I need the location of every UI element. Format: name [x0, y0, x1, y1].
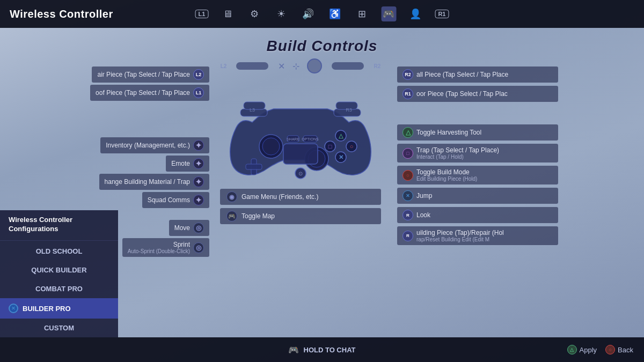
- look-label: Look: [416, 211, 430, 219]
- svg-text:△: △: [338, 132, 343, 139]
- l2-bumper-label: L2: [221, 63, 227, 69]
- svg-text:□: □: [328, 143, 332, 150]
- left-control-0: air Piece (Tap Select / Tap Place L2: [92, 67, 209, 83]
- active-indicator: ✕: [9, 304, 18, 313]
- apply-action[interactable]: △ Apply: [567, 345, 597, 354]
- r2-bumper-label: R2: [374, 63, 380, 69]
- sidebar-title: Wireless ControllerConfigurations: [0, 216, 118, 239]
- volume-icon[interactable]: 🔊: [301, 6, 316, 21]
- harvest-label: Toggle Harvesting Tool: [416, 129, 481, 136]
- cross-badge-emote: ✦: [193, 158, 204, 169]
- tri-badge: △: [402, 127, 413, 138]
- top-bar: Wireless Controller L1 🖥 ⚙ ☀ 🔊 ♿ ⊞ 🎮 👤 R…: [0, 0, 644, 28]
- l1-badge: L1: [193, 87, 204, 98]
- back-label: Back: [618, 346, 633, 354]
- right-control-repair: R uilding Piece (Tap)/Repair (Holrap/Res…: [397, 226, 558, 245]
- right-control-trap: □ Trap (Tap Select / Tap Place)Interact …: [397, 144, 558, 162]
- svg-rect-22: [283, 144, 318, 164]
- monitor-icon[interactable]: 🖥: [220, 6, 235, 21]
- left-control-material: hange Building Material / Trap ✦: [99, 174, 209, 190]
- trap-label: Trap (Tap Select / Tap Place)Interact (T…: [416, 146, 499, 160]
- sprint-badge: ◎: [193, 242, 204, 253]
- cir-badge: ○: [402, 170, 413, 181]
- sq-badge: □: [402, 148, 413, 159]
- left-control-inventory: Inventory (Management, etc.) ✦: [100, 137, 209, 153]
- sun-icon[interactable]: ☀: [274, 6, 289, 21]
- center-control-1: 🎮 Toggle Map: [220, 208, 381, 224]
- right-control-1: R1 oor Piece (Tap Select / Tap Plac: [397, 86, 558, 102]
- right-control-0: R2 all Piece (Tap Select / Tap Place: [397, 67, 558, 83]
- sidebar: Wireless ControllerConfigurations OLD SC…: [0, 210, 118, 337]
- nav-icons: L1 🖥 ⚙ ☀ 🔊 ♿ ⊞ 🎮 👤 R1: [195, 6, 449, 21]
- bottom-bar: 🎮 HOLD TO CHAT △ Apply ○ Back: [0, 337, 644, 362]
- r3-badge-2: R: [402, 231, 413, 241]
- sidebar-item-builder-pro[interactable]: ✕ BUILDER PRO: [0, 298, 118, 319]
- inventory-label: Inventory (Management, etc.): [106, 142, 190, 149]
- accessibility-icon[interactable]: ♿: [327, 6, 342, 21]
- sidebar-item-combat-pro[interactable]: COMBAT PRO: [0, 279, 118, 298]
- emote-label: Emote: [171, 160, 190, 167]
- grid-icon[interactable]: ⊞: [354, 6, 369, 21]
- controller-center: L2 ✕ ⊹ R2: [209, 58, 392, 224]
- dpad-badge: ✦: [193, 176, 204, 187]
- svg-point-5: [262, 138, 280, 155]
- svg-text:SHARE: SHARE: [287, 137, 299, 141]
- l1-label: L1: [195, 10, 209, 18]
- right-control-jump: ✕ Jump: [397, 188, 558, 204]
- toggle-map-label: Toggle Map: [241, 212, 275, 220]
- right-control-harvest: △ Toggle Harvesting Tool: [397, 124, 558, 141]
- r3-badge: R: [402, 210, 413, 220]
- r1-label: R1: [435, 10, 449, 18]
- builder-pro-label: BUILDER PRO: [23, 305, 71, 313]
- toggle-map-badge: 🎮: [226, 211, 237, 221]
- center-controls: ◉ Game Menu (Friends, etc.) 🎮 Toggle Map: [220, 189, 381, 224]
- center-control-0: ◉ Game Menu (Friends, etc.): [220, 189, 381, 205]
- left-label-0: air Piece (Tap Select / Tap Place: [97, 71, 190, 78]
- cross-badge-squad: ✦: [193, 195, 204, 205]
- page-title: Wireless Controller: [10, 8, 113, 20]
- svg-text:✕: ✕: [339, 154, 343, 160]
- sidebar-item-old-school[interactable]: OLD SCHOOL: [0, 242, 118, 261]
- svg-rect-7: [246, 164, 262, 169]
- gear-icon[interactable]: ⚙: [247, 6, 262, 21]
- svg-text:○: ○: [350, 143, 354, 150]
- r2-badge: R2: [402, 69, 413, 80]
- left-control-squad: Squad Comms ✦: [142, 192, 209, 208]
- sidebar-item-custom[interactable]: CUSTOM: [0, 319, 118, 337]
- bumper-row: L2 ✕ ⊹ R2: [221, 58, 380, 73]
- sidebar-divider: [0, 240, 118, 241]
- right-control-build: ○ Toggle Build ModeEdit Building Piece (…: [397, 166, 558, 184]
- apply-btn: △: [567, 345, 577, 354]
- jump-label: Jump: [416, 192, 432, 200]
- game-menu-badge: ◉: [226, 191, 237, 202]
- cross-badge-inventory: ✦: [193, 140, 204, 151]
- x-badge: ✕: [402, 190, 413, 201]
- right-label-0: all Piece (Tap Select / Tap Place: [416, 71, 508, 78]
- l2-badge: L2: [193, 69, 204, 80]
- game-menu-label: Game Menu (Friends, etc.): [241, 193, 318, 201]
- svg-text:L3: L3: [250, 107, 255, 113]
- right-control-look: R Look: [397, 207, 558, 223]
- svg-text:⊙: ⊙: [298, 171, 303, 176]
- left-control-emote: Emote ✦: [166, 156, 209, 172]
- r1-badge-ctrl: R1: [402, 88, 413, 99]
- left-control-sprint: SprintAuto-Sprint (Double-Click) ◎: [122, 238, 209, 257]
- back-action[interactable]: ○ Back: [605, 345, 633, 354]
- hold-to-chat: 🎮 HOLD TO CHAT: [288, 345, 355, 355]
- bottom-actions: △ Apply ○ Back: [567, 345, 633, 354]
- user-icon[interactable]: 👤: [408, 6, 423, 21]
- right-controls: R2 all Piece (Tap Select / Tap Place R1 …: [397, 67, 564, 245]
- move-label: Move: [174, 224, 190, 232]
- repair-label: uilding Piece (Tap)/Repair (Holrap/Reset…: [416, 229, 504, 242]
- hold-to-chat-label: HOLD TO CHAT: [303, 346, 355, 354]
- controller-icon[interactable]: 🎮: [381, 6, 396, 21]
- svg-text:R3: R3: [346, 107, 352, 113]
- sprint-label: SprintAuto-Sprint (Double-Click): [128, 241, 190, 254]
- sidebar-item-quick-builder[interactable]: QUICK BUILDER: [0, 261, 118, 279]
- controller-diagram: △ ○ ✕ □ SHARE OPTIONS ⊙: [220, 79, 381, 187]
- left-control-move: Move ◎: [169, 220, 209, 236]
- chat-icon: 🎮: [288, 345, 299, 355]
- build-controls-title: Build Controls: [0, 38, 644, 55]
- main-content: Build Controls air Piece (Tap Select / T…: [0, 28, 644, 337]
- left-control-1: oof Piece (Tap Select / Tap Place L1: [90, 85, 209, 101]
